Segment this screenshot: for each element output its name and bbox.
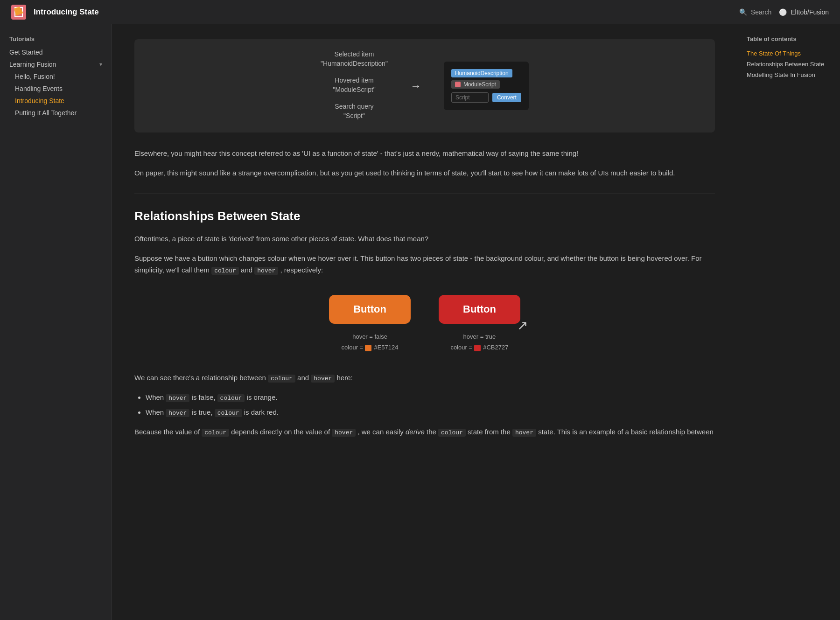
selected-item-value: "HumanoidDescription": [321, 60, 388, 67]
main-content: Selected item "HumanoidDescription" Hove…: [112, 24, 737, 620]
demo-labels: Selected item "HumanoidDescription" Hove…: [321, 50, 388, 121]
red-swatch: [474, 345, 481, 351]
selected-item-label: Selected item: [321, 50, 388, 58]
handling-events-label: Handling Events: [15, 85, 63, 92]
btn-orange-wrapper: Button hover = false colour = #E57124: [329, 295, 411, 353]
para3: Oftentimes, a piece of state is 'derived…: [134, 233, 715, 245]
convert-button[interactable]: Convert: [492, 93, 521, 102]
divider: [134, 194, 715, 194]
search-query-label: Search query: [321, 103, 388, 110]
module-script-badge: ModuleScript: [451, 80, 500, 89]
derive-text: derive: [406, 428, 425, 436]
hovered-item-label: Hovered item: [321, 77, 388, 84]
tutorials-section: Tutorials: [0, 35, 112, 46]
section-heading-relationships: Relationships Between State: [134, 209, 715, 223]
red-button[interactable]: Button: [439, 295, 520, 324]
sidebar-item-introducing-state[interactable]: Introducing State: [0, 95, 112, 107]
button-demo-area: Button hover = false colour = #E57124 Bu…: [134, 295, 715, 353]
toc-item-modelling[interactable]: Modelling State In Fusion: [747, 70, 831, 80]
arrow-icon: →: [410, 79, 421, 92]
sidebar-item-learning-fusion[interactable]: Learning Fusion ▾: [0, 58, 112, 70]
sidebar: Tutorials Get Started Learning Fusion ▾ …: [0, 24, 112, 620]
para4: Suppose we have a button which changes c…: [134, 252, 715, 277]
code-colour4: colour: [438, 429, 466, 437]
cursor-icon: ↗: [517, 318, 528, 333]
chevron-down-icon: ▾: [99, 61, 102, 68]
para6: Because the value of colour depends dire…: [134, 426, 715, 438]
code-hover-b1: hover: [166, 394, 189, 402]
toc: Table of contents The State Of Things Re…: [737, 24, 840, 620]
demo-ui-panel: HumanoidDescription ModuleScript Convert: [444, 62, 529, 110]
btn-orange-state: hover = false colour = #E57124: [342, 331, 399, 353]
get-started-label: Get Started: [9, 49, 43, 56]
github-link[interactable]: ⚪ Elttob/Fusion: [779, 8, 829, 16]
search-bar[interactable]: 🔍 Search: [739, 8, 771, 16]
github-label: Elttob/Fusion: [791, 8, 829, 16]
introducing-state-label: Introducing State: [15, 97, 64, 104]
orange-swatch: [365, 345, 371, 351]
putting-together-label: Putting It All Together: [15, 109, 77, 117]
code-colour-b2: colour: [215, 409, 242, 417]
sidebar-item-get-started[interactable]: Get Started: [0, 46, 112, 58]
orange-button[interactable]: Button: [329, 295, 411, 324]
search-icon: 🔍: [739, 8, 747, 16]
bullet-item-2: When hover is true, colour is dark red.: [146, 406, 715, 418]
topnav: Introducing State 🔍 Search ⚪ Elttob/Fusi…: [0, 0, 840, 24]
hovered-item-value: "ModuleScript": [321, 86, 388, 93]
convert-input[interactable]: [451, 92, 489, 103]
code-hover: hover: [254, 267, 278, 275]
toc-title: Table of contents: [747, 35, 831, 42]
demo-box: Selected item "HumanoidDescription" Hove…: [134, 39, 715, 132]
module-script-icon: [455, 82, 461, 87]
search-query-value: "Script": [321, 112, 388, 119]
code-colour3: colour: [202, 429, 229, 437]
page-title: Introducing State: [34, 7, 732, 17]
code-hover3: hover: [332, 429, 356, 437]
learning-fusion-label: Learning Fusion: [9, 61, 56, 68]
code-colour-b1: colour: [217, 394, 245, 402]
toc-item-state-of-things[interactable]: The State Of Things: [747, 48, 831, 59]
code-hover4: hover: [512, 429, 536, 437]
para5: We can see there's a relationship betwee…: [134, 372, 715, 384]
sidebar-item-handling-events[interactable]: Handling Events: [0, 83, 112, 95]
convert-row: Convert: [451, 92, 521, 103]
bullet-list: When hover is false, colour is orange. W…: [134, 391, 715, 418]
code-colour: colour: [211, 267, 239, 275]
toc-item-relationships[interactable]: Relationships Between State: [747, 59, 831, 70]
humanoid-badge: HumanoidDescription: [451, 69, 512, 77]
code-colour2: colour: [268, 375, 295, 383]
code-hover-b2: hover: [166, 409, 189, 417]
sidebar-item-putting-together[interactable]: Putting It All Together: [0, 107, 112, 119]
github-icon: ⚪: [779, 8, 787, 16]
code-hover2: hover: [311, 375, 335, 383]
para1: Elsewhere, you might hear this concept r…: [134, 147, 715, 160]
para2: On paper, this might sound like a strang…: [134, 167, 715, 179]
btn-red-wrapper: Button ↗ hover = true colour = #CB2727: [439, 295, 520, 353]
bullet-item-1: When hover is false, colour is orange.: [146, 391, 715, 404]
sidebar-item-hello-fusion[interactable]: Hello, Fusion!: [0, 70, 112, 83]
search-label: Search: [751, 8, 771, 16]
logo-icon[interactable]: [11, 5, 26, 20]
btn-red-state: hover = true colour = #CB2727: [450, 331, 508, 353]
hello-fusion-label: Hello, Fusion!: [15, 73, 55, 80]
